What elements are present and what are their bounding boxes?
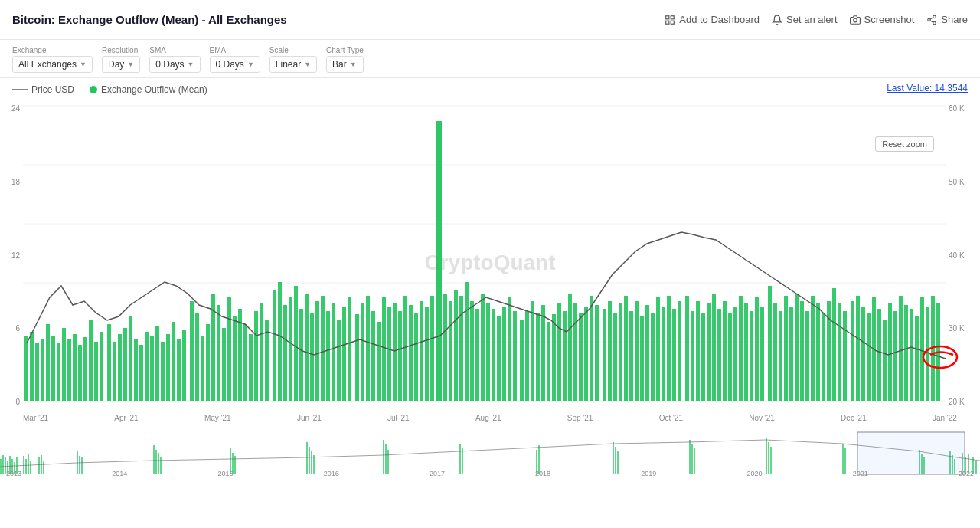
mini-chart[interactable]: 2013 2014 2015 2016 2017 2018 2019 2020 …	[0, 428, 980, 477]
screenshot-button[interactable]: Screenshot	[850, 14, 915, 25]
svg-rect-77	[361, 303, 364, 401]
outflow-legend-label: Exchange Outflow (Mean)	[101, 84, 207, 95]
resolution-group: Resolution Day ▼	[102, 46, 140, 73]
svg-rect-106	[520, 320, 524, 401]
chart-area: Price USD Exchange Outflow (Mean) Last V…	[0, 78, 980, 511]
svg-rect-103	[502, 307, 506, 401]
svg-rect-21	[51, 336, 55, 401]
svg-rect-78	[366, 296, 370, 401]
svg-rect-119	[590, 296, 593, 401]
svg-rect-66	[299, 309, 303, 401]
svg-rect-58	[254, 311, 258, 401]
svg-rect-86	[409, 305, 413, 401]
mini-x-2021: 2021	[853, 470, 868, 477]
svg-rect-65	[294, 286, 298, 401]
svg-rect-67	[305, 294, 309, 401]
svg-rect-135	[678, 301, 681, 401]
header-actions: Add to Dashboard Set an alert Screenshot…	[665, 14, 968, 25]
outflow-legend-item: Exchange Outflow (Mean)	[90, 84, 207, 95]
y-left-label-24: 24	[0, 104, 20, 113]
svg-rect-94	[454, 290, 458, 401]
svg-rect-38	[145, 332, 149, 401]
svg-rect-116	[573, 303, 577, 401]
chart-type-select[interactable]: Bar ▼	[326, 56, 364, 73]
svg-rect-150	[760, 307, 764, 401]
svg-rect-46	[190, 301, 194, 401]
svg-rect-173	[888, 303, 892, 401]
svg-rect-28	[89, 320, 93, 401]
svg-rect-27	[83, 337, 87, 401]
chart-type-group: Chart Type Bar ▼	[326, 46, 364, 73]
svg-rect-31	[107, 324, 111, 401]
svg-rect-63	[283, 305, 287, 401]
x-label-jan22: Jan '22	[933, 414, 957, 428]
svg-rect-155	[789, 307, 793, 401]
x-axis: Mar '21 Apr '21 May '21 Jun '21 Jul '21 …	[0, 412, 980, 428]
exchange-arrow-icon: ▼	[80, 61, 87, 68]
svg-rect-149	[755, 297, 759, 401]
svg-rect-109	[536, 313, 540, 401]
ema-group: EMA 0 Days ▼	[210, 46, 260, 73]
svg-rect-131	[656, 297, 660, 401]
svg-rect-172	[883, 320, 887, 401]
svg-rect-147	[744, 303, 748, 401]
svg-rect-138	[696, 301, 700, 401]
svg-rect-156	[795, 294, 799, 401]
camera-icon	[850, 15, 861, 25]
chart-type-label: Chart Type	[326, 46, 364, 54]
y-right-label-50k: 50 K	[949, 178, 977, 186]
svg-rect-152	[773, 303, 777, 401]
svg-rect-83	[393, 303, 397, 401]
svg-rect-47	[195, 313, 199, 401]
svg-rect-120	[595, 305, 599, 401]
svg-rect-70	[321, 296, 325, 401]
svg-rect-36	[134, 339, 138, 401]
svg-rect-175	[899, 296, 903, 401]
svg-rect-2	[666, 21, 669, 24]
svg-rect-96	[465, 282, 469, 401]
svg-rect-61	[273, 290, 276, 401]
svg-rect-84	[398, 311, 402, 401]
outflow-dot-icon	[90, 86, 97, 93]
sma-select[interactable]: 0 Days ▼	[149, 56, 200, 73]
scale-group: Scale Linear ▼	[270, 46, 317, 73]
svg-rect-146	[739, 296, 743, 401]
main-chart[interactable]: Reset zoom CryptoQuant 24 18 12 6 0 60 K…	[0, 98, 980, 428]
scale-select[interactable]: Linear ▼	[270, 56, 317, 73]
svg-line-8	[930, 20, 933, 21]
svg-rect-178	[915, 316, 919, 401]
header: Bitcoin: Exchange Outflow (Mean) - All E…	[0, 0, 980, 40]
mini-x-2019: 2019	[641, 470, 656, 477]
ema-select[interactable]: 0 Days ▼	[210, 56, 260, 73]
svg-rect-243	[858, 432, 965, 474]
svg-rect-54	[233, 316, 237, 401]
svg-rect-3	[671, 21, 674, 24]
svg-rect-159	[811, 296, 815, 401]
ema-arrow-icon: ▼	[247, 61, 254, 68]
svg-rect-134	[672, 309, 676, 401]
svg-rect-179	[920, 297, 924, 401]
resolution-select[interactable]: Day ▼	[102, 56, 140, 73]
share-button[interactable]: Share	[926, 14, 968, 25]
resolution-arrow-icon: ▼	[127, 61, 134, 68]
svg-rect-148	[750, 311, 753, 401]
last-value[interactable]: Last Value: 14.3544	[887, 83, 968, 93]
exchange-select[interactable]: All Exchanges ▼	[12, 56, 93, 73]
set-alert-button[interactable]: Set an alert	[772, 14, 838, 25]
svg-rect-121	[603, 309, 606, 401]
x-label-sep21: Sep '21	[567, 414, 593, 428]
svg-point-7	[933, 21, 936, 25]
svg-rect-34	[123, 328, 127, 401]
svg-point-6	[928, 18, 931, 21]
page-title: Bitcoin: Exchange Outflow (Mean) - All E…	[12, 13, 287, 26]
y-left-label-12: 12	[0, 251, 20, 260]
reset-zoom-button[interactable]: Reset zoom	[875, 136, 934, 152]
svg-rect-95	[459, 296, 463, 401]
main-chart-svg	[0, 98, 980, 428]
svg-point-5	[933, 15, 936, 18]
svg-rect-25	[73, 334, 77, 401]
add-to-dashboard-button[interactable]: Add to Dashboard	[665, 14, 760, 25]
svg-rect-128	[640, 316, 644, 401]
svg-rect-107	[525, 311, 529, 401]
svg-rect-137	[691, 311, 694, 401]
